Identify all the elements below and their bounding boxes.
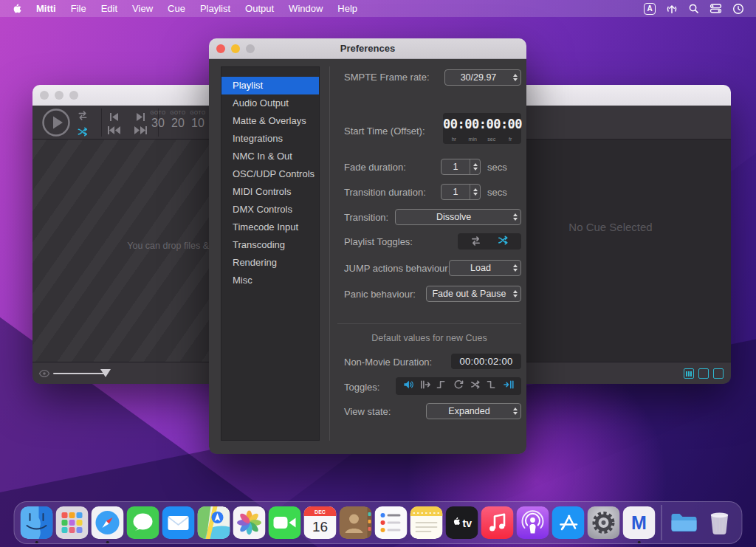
dock-facetime-icon[interactable] [269,506,301,539]
menu-item-cue[interactable]: Cue [160,3,193,14]
sidebar-item-midi[interactable]: MIDI Controls [221,183,319,201]
control-center-icon[interactable] [709,3,722,14]
repeat-toggle-icon[interactable] [469,235,483,249]
menu-item-help[interactable]: Help [330,3,365,14]
input-source-icon[interactable]: A [644,3,656,15]
fade-in-toggle-icon[interactable] [436,379,447,393]
prev-cue-button[interactable] [108,111,120,125]
dock-contacts-icon[interactable] [340,506,372,539]
pause-at-end-toggle-icon[interactable] [503,379,515,393]
dock-divider [662,505,662,540]
sidebar-item-nmc-in-out[interactable]: NMC In & Out [221,148,319,165]
stepper-arrows-icon[interactable] [470,159,480,174]
dock-finder-icon[interactable] [21,506,53,539]
playlist-loop-toggle[interactable] [75,109,90,123]
transition-dropdown[interactable]: Dissolve [395,209,521,225]
jump-behaviour-dropdown[interactable]: Load [449,260,521,276]
antenna-icon[interactable] [666,3,678,15]
playlist-shuffle-toggle[interactable] [75,126,90,140]
transition-duration-label: Transition duration: [344,187,426,198]
dock-calendar-icon[interactable]: DEC16 [304,506,337,539]
goto-30-button[interactable]: GOTO 30 [148,110,168,130]
play-through-toggle-icon[interactable] [419,379,431,393]
dock-music-icon[interactable] [481,506,514,539]
dock-maps-icon[interactable] [198,506,230,539]
zoom-button[interactable] [69,91,78,100]
menu-item-window[interactable]: Window [281,3,330,14]
panic-behaviour-dropdown[interactable]: Fade out & Pause [426,286,521,302]
menu-item-playlist[interactable]: Playlist [193,3,238,14]
dropdown-arrows-icon [512,264,520,272]
minimize-button[interactable] [55,91,63,100]
zoom-slider-track[interactable] [53,373,105,374]
fade-out-toggle-icon[interactable] [486,379,498,393]
sidebar-item-matte-overlays[interactable]: Matte & Overlays [221,112,319,130]
running-indicator [35,541,38,544]
goto-10-button[interactable]: GOTO 10 [188,110,207,130]
dock-mitti-icon[interactable]: M [623,506,656,539]
go-to-end-button[interactable] [133,125,148,138]
dock-launchpad-icon[interactable] [56,506,89,539]
sidebar-item-misc[interactable]: Misc [221,272,319,289]
apple-menu[interactable] [0,2,29,15]
non-movie-duration-field[interactable]: 00:00:02:00 [451,354,521,369]
stepper-arrows-icon[interactable] [470,185,480,199]
dock-downloads-folder-icon[interactable] [668,506,701,539]
dock-notes-icon[interactable] [410,506,443,539]
dock-tv-icon[interactable]: tv [446,506,478,539]
close-button[interactable] [40,91,49,100]
calendar-day-text: 16 [312,519,328,534]
eye-icon[interactable] [38,368,50,382]
dock-appstore-icon[interactable] [552,506,585,539]
menu-item-file[interactable]: File [63,3,94,14]
spotlight-search-icon[interactable] [688,3,699,14]
sidebar-item-integrations[interactable]: Integrations [221,130,319,148]
zoom-slider-thumb[interactable] [100,369,111,377]
smpte-dropdown[interactable]: 30/29.97 [444,69,521,86]
dock-reminders-icon[interactable] [375,506,408,539]
smpte-value: 30/29.97 [445,72,512,83]
play-button[interactable] [41,108,71,140]
sidebar-item-timecode-input[interactable]: Timecode Input [221,219,319,236]
menu-item-view[interactable]: View [125,3,160,14]
fade-duration-stepper[interactable]: 1 [441,159,481,175]
sidebar-item-transcoding[interactable]: Transcoding [221,236,319,254]
menu-item-app[interactable]: Mitti [29,3,63,14]
non-movie-duration-value: 00:00:02:00 [451,354,521,369]
goto-value: 10 [188,117,207,130]
shuffle-toggle-icon[interactable] [496,235,510,249]
dock-mail-icon[interactable] [162,506,195,539]
crossfade-toggle-icon[interactable] [470,379,481,393]
start-time-timecode-field[interactable]: 00:00:00:00 hr min sec fr [443,113,521,144]
dropdown-arrows-icon [512,290,520,297]
sidebar-item-audio-output[interactable]: Audio Output [221,94,319,112]
sidebar-item-osc-udp[interactable]: OSC/UDP Controls [221,165,319,183]
dock-trash-icon[interactable] [704,506,736,539]
menu-item-edit[interactable]: Edit [94,3,125,14]
next-cue-button[interactable] [134,111,147,125]
menu-item-output[interactable]: Output [238,3,281,14]
transition-duration-stepper[interactable]: 1 [441,184,481,200]
view-grid-button[interactable] [713,368,724,379]
minimize-button[interactable] [231,44,240,53]
audio-toggle-icon[interactable] [402,379,414,393]
loop-toggle-icon[interactable] [453,379,464,393]
sidebar-item-rendering[interactable]: Rendering [221,254,319,272]
close-button[interactable] [216,44,225,53]
view-list-button[interactable] [698,368,709,379]
go-to-start-button[interactable] [106,125,122,138]
panic-behaviour-label: Panic behaviour: [344,289,416,300]
view-state-dropdown[interactable]: Expanded [426,403,521,419]
dock-system-preferences-icon[interactable] [588,506,620,539]
goto-20-button[interactable]: GOTO 20 [168,110,188,130]
drop-hint-text: You can drop files & [127,241,209,251]
dock-photos-icon[interactable] [233,506,266,539]
clock-icon[interactable] [732,3,744,15]
dock-safari-icon[interactable] [92,506,124,539]
sidebar-item-dmx[interactable]: DMX Controls [221,201,319,219]
preferences-titlebar[interactable]: Preferences [209,38,526,59]
view-waveform-button[interactable] [684,368,694,379]
dock-messages-icon[interactable] [127,506,159,539]
sidebar-item-playlist[interactable]: Playlist [221,77,319,94]
dock-podcasts-icon[interactable] [517,506,549,539]
